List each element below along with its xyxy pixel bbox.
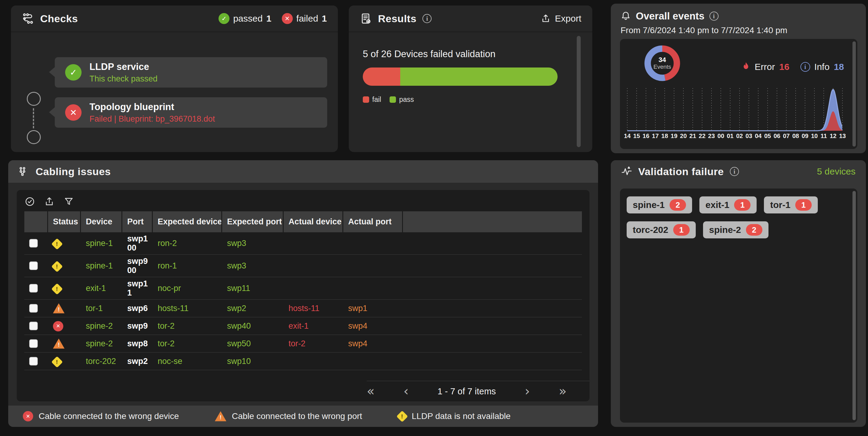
column-header: Expected port — [222, 211, 284, 232]
check-item-detail: This check passed — [90, 74, 158, 83]
x-axis-label: 14 — [624, 133, 631, 139]
row-checkbox[interactable] — [29, 339, 38, 348]
x-axis-label: 02 — [736, 133, 743, 139]
last-page-icon[interactable]: » — [559, 385, 567, 398]
check-failed-icon: ✕ — [65, 104, 82, 121]
filter-funnel-icon[interactable] — [64, 196, 74, 207]
expected-port-cell: swp3 — [222, 255, 284, 277]
checks-title: Checks — [40, 13, 78, 25]
previous-page-icon[interactable]: ‹ — [404, 385, 409, 398]
check-item[interactable]: ✕Topology blueprintFailed | Blueprint: b… — [55, 97, 327, 128]
passed-check-icon: ✓ — [219, 13, 229, 24]
warning-triangle-icon: ! — [53, 303, 64, 313]
results-info-icon[interactable]: i — [423, 14, 432, 23]
cabling-header: Cabling issues — [8, 160, 598, 183]
actual-device-cell — [284, 232, 343, 255]
device-cell: spine-2 — [81, 317, 122, 335]
export-table-icon[interactable] — [44, 196, 55, 207]
row-checkbox[interactable] — [29, 262, 38, 270]
expected-device-cell: tor-2 — [153, 317, 222, 335]
results-body: 5 of 26 Devices failed validation failpa… — [349, 32, 592, 104]
table-row[interactable]: !spine-2swp8tor-2swp50tor-2swp4 — [24, 335, 582, 353]
warning-triangle-icon: ! — [53, 339, 64, 349]
column-header: Port — [122, 211, 153, 232]
status-cell: ! — [48, 335, 81, 353]
pass-fail-legend: failpass — [363, 96, 578, 104]
x-axis-label: 22 — [699, 133, 706, 139]
legend-label: pass — [399, 96, 414, 104]
info-label: Info — [814, 62, 830, 72]
device-chip[interactable]: torc-2021 — [627, 221, 696, 238]
x-axis-label: 03 — [745, 133, 752, 139]
check-item-title: LLDP service — [90, 61, 158, 72]
failed-devices-count: 5 devices — [817, 166, 856, 177]
filler-cell — [403, 353, 582, 370]
x-axis-label: 05 — [764, 133, 771, 139]
device-chip-count: 2 — [746, 224, 763, 236]
x-axis-label: 21 — [689, 133, 696, 139]
checks-header: Checks ✓ passed 1 ✕ failed 1 — [11, 5, 338, 32]
table-row[interactable]: ✕spine-2swp9tor-2swp40exit-1swp4 — [24, 317, 582, 335]
events-date-range: From 7/6/2024 1:40 pm to 7/7/2024 1:40 p… — [621, 26, 856, 35]
info-circle-icon: i — [800, 62, 810, 72]
expected-device-cell: noc-pr — [153, 277, 222, 300]
checks-body: ✓LLDP serviceThis check passed✕Topology … — [11, 32, 338, 128]
port-cell: swp11 — [122, 277, 153, 300]
events-time-chart: 1415161718192021222300010203040506070809… — [624, 87, 856, 142]
validation-scrollbar[interactable] — [852, 191, 856, 420]
actual-device-cell — [284, 277, 343, 300]
table-row[interactable]: !exit-1swp11noc-prswp11 — [24, 277, 582, 300]
actual-device-cell — [284, 353, 343, 370]
results-clipboard-icon — [360, 12, 372, 25]
events-scrollbar[interactable] — [852, 41, 856, 146]
next-page-icon[interactable]: › — [525, 385, 530, 398]
results-panel: Results i Export 5 of 26 Devices failed … — [349, 5, 592, 152]
device-chip[interactable]: exit-11 — [700, 196, 756, 213]
network-validation-dashboard: Checks ✓ passed 1 ✕ failed 1 ✓LLDP servi… — [0, 0, 868, 436]
pulse-icon — [621, 166, 632, 177]
device-chip-name: spine-1 — [633, 200, 665, 210]
device-chip[interactable]: tor-11 — [764, 196, 818, 213]
device-chip[interactable]: spine-22 — [703, 221, 769, 238]
x-axis-label: 20 — [680, 133, 687, 139]
row-checkbox[interactable] — [29, 322, 38, 330]
validation-info-icon[interactable]: i — [730, 167, 739, 176]
row-checkbox[interactable] — [29, 304, 38, 312]
status-legend-item: ✕Cable connected to the wrong device — [23, 411, 179, 422]
table-row[interactable]: !spine-1swp100ron-2swp3 — [24, 232, 582, 255]
warning-diamond-icon: ! — [51, 238, 63, 249]
status-legend: ✕Cable connected to the wrong device!Cab… — [8, 406, 598, 427]
bar-segment-pass — [400, 67, 558, 86]
status-legend-label: LLDP data is not available — [412, 411, 511, 421]
x-axis-label: 16 — [643, 133, 649, 139]
device-chip-count: 1 — [673, 224, 690, 236]
table-row[interactable]: !tor-1swp6hosts-11swp2hosts-11swp1 — [24, 300, 582, 317]
actual-port-cell: swp4 — [343, 317, 403, 335]
results-scrollbar[interactable] — [577, 36, 581, 147]
export-button[interactable]: Export — [541, 13, 581, 24]
port-cell: swp900 — [122, 255, 153, 277]
checkbox-cell — [24, 335, 48, 353]
table-row[interactable]: !spine-1swp900ron-1swp3 — [24, 255, 582, 277]
select-check-icon[interactable] — [25, 196, 35, 207]
overall-events-info-icon[interactable]: i — [709, 11, 719, 21]
check-item[interactable]: ✓LLDP serviceThis check passed — [55, 57, 327, 88]
row-checkbox[interactable] — [29, 239, 38, 247]
row-checkbox[interactable] — [29, 357, 38, 365]
device-cell: exit-1 — [81, 277, 122, 300]
x-axis-label: 11 — [820, 133, 827, 139]
row-checkbox[interactable] — [29, 284, 38, 293]
actual-port-cell — [343, 277, 403, 300]
checks-flow-icon — [22, 12, 34, 25]
cabling-title: Cabling issues — [36, 166, 111, 177]
device-cell: spine-2 — [81, 335, 122, 353]
filler-cell — [403, 317, 582, 335]
expected-port-cell: swp10 — [222, 353, 284, 370]
device-chip[interactable]: spine-12 — [627, 196, 692, 213]
x-axis-label: 13 — [839, 133, 846, 139]
table-row[interactable]: !torc-202swp2noc-seswp10 — [24, 353, 582, 370]
expected-port-cell: swp3 — [222, 232, 284, 255]
actual-port-cell — [343, 232, 403, 255]
first-page-icon[interactable]: « — [367, 385, 375, 398]
filler-cell — [403, 232, 582, 255]
